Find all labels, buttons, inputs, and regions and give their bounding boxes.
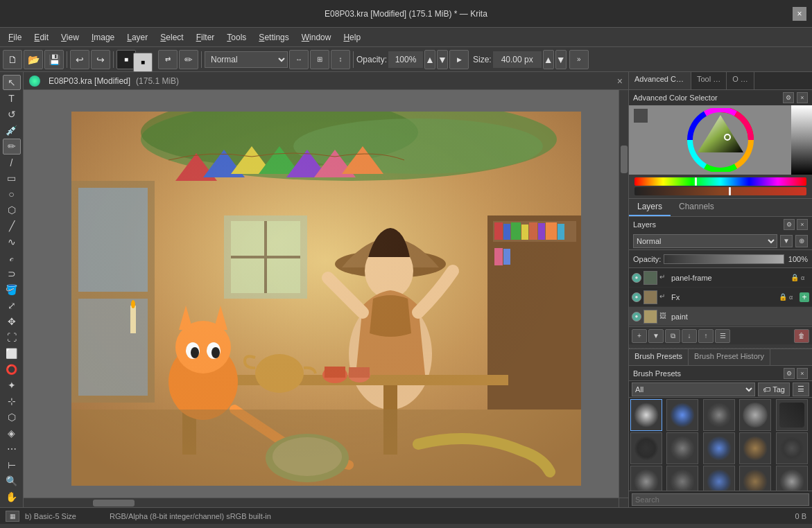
close-window-button[interactable]: × (793, 7, 806, 21)
brush-preset-0[interactable] (630, 399, 662, 431)
rotate-tool-button[interactable]: ↺ (3, 107, 21, 122)
layer-opacity-slider[interactable] (664, 254, 784, 264)
menu-help[interactable]: Help (338, 31, 366, 44)
delete-layer-button[interactable]: 🗑 (794, 329, 809, 343)
opacity-down-button[interactable]: ▼ (437, 50, 448, 69)
saturation-slider[interactable] (634, 187, 806, 195)
fill-tool-button[interactable]: 🪣 (3, 282, 21, 297)
line-tool-button[interactable]: / (3, 155, 21, 170)
measure-tool-button[interactable]: ⊢ (3, 457, 21, 473)
brush-preset-11[interactable] (666, 466, 698, 491)
layer-fx-add[interactable]: + (800, 292, 809, 302)
canvas-vscrollbar[interactable] (619, 90, 628, 498)
rectangular-select-button[interactable]: ⬜ (3, 346, 21, 361)
canvas-image[interactable] (71, 112, 581, 486)
brush-view-button[interactable]: ☰ (793, 382, 809, 396)
brush-preset-7[interactable] (703, 432, 735, 464)
brush-preset-5[interactable] (630, 432, 662, 464)
select-tool-button[interactable]: ↖ (3, 75, 21, 90)
elliptical-select-button[interactable]: ⭕ (3, 362, 21, 377)
move-tool-button[interactable]: ✥ (3, 314, 21, 329)
color-wheel-container[interactable] (629, 105, 812, 175)
wrap-button[interactable]: ↔ (289, 50, 309, 69)
polygon-tool-button[interactable]: ⬡ (3, 202, 21, 218)
layer-blend-mode-select[interactable]: Normal (633, 234, 777, 248)
brush-presets-settings-button[interactable]: ⚙ (784, 368, 795, 379)
move-layer-down-button[interactable]: ↓ (682, 329, 697, 343)
size-input[interactable] (493, 51, 542, 68)
brush-preset-9[interactable] (776, 432, 808, 464)
size-down-button[interactable]: ▼ (555, 50, 567, 69)
bezier-tool-button[interactable]: ∿ (3, 234, 21, 249)
canvas-viewport[interactable] (24, 90, 628, 507)
color-display-area[interactable] (629, 105, 812, 175)
color-select-button[interactable]: ◈ (3, 425, 21, 441)
text-tool-button[interactable]: T (3, 91, 21, 106)
brush-preset-8[interactable] (739, 432, 771, 464)
size-up-button[interactable]: ▲ (543, 50, 554, 69)
menu-file[interactable]: File (3, 31, 27, 44)
status-doc-button[interactable]: ▦ (6, 511, 19, 522)
ellipse-tool-button[interactable]: ○ (3, 186, 21, 202)
tab-channels[interactable]: Channels (671, 199, 723, 216)
brush-presets-close-button[interactable]: × (797, 368, 808, 379)
add-layer-type-button[interactable]: ▼ (648, 329, 664, 343)
flatten-button[interactable]: ⊞ (310, 50, 329, 69)
transform-tool-button[interactable]: ⤢ (3, 298, 21, 313)
path-select-button[interactable]: ⬡ (3, 410, 21, 425)
layers-settings-button[interactable]: ⚙ (784, 219, 795, 230)
layer-eye-paint[interactable]: ● (632, 312, 641, 322)
canvas-vscroll-thumb[interactable] (621, 146, 628, 173)
brush-preset-3[interactable] (739, 399, 771, 431)
redo-button[interactable]: ↪ (91, 50, 110, 69)
layer-eye-panel-frame[interactable]: ● (632, 273, 641, 283)
opacity-input[interactable] (388, 51, 423, 68)
freehand-select-button[interactable]: ⊹ (3, 394, 21, 409)
new-document-button[interactable]: 🗋 (3, 50, 22, 69)
hue-slider[interactable] (634, 177, 806, 186)
open-button[interactable]: 📂 (24, 50, 43, 69)
color-selector-settings-button[interactable]: ⚙ (783, 92, 794, 103)
crop-tool-button[interactable]: ⛶ (3, 330, 21, 345)
opacity-extra-button[interactable]: ▶ (449, 50, 469, 69)
close-canvas-button[interactable]: × (617, 76, 623, 87)
brush-search-input[interactable] (632, 493, 809, 506)
more-options-button[interactable]: » (569, 50, 589, 69)
menu-window[interactable]: Window (296, 31, 337, 44)
color-swap-button[interactable]: ⇄ (158, 50, 178, 69)
tab-layers[interactable]: Layers (629, 199, 671, 216)
layer-row-paint[interactable]: ● 🖼 paint (629, 307, 812, 326)
bg-color-button[interactable]: ■ (133, 53, 153, 72)
layers-close-button[interactable]: × (797, 219, 808, 230)
menu-image[interactable]: Image (86, 31, 120, 44)
eyedropper-tool-button[interactable]: 💉 (3, 123, 21, 138)
color-wheel-svg[interactable] (686, 108, 755, 172)
magnetic-select-button[interactable]: ⋯ (3, 441, 21, 457)
tab-brush-presets[interactable]: Brush Presets (629, 349, 689, 365)
brush-preset-6[interactable] (666, 432, 698, 464)
layer-row-fx[interactable]: ● ↵ Fx 🔒 α + (629, 288, 812, 307)
layer-alpha-panel-frame[interactable]: α (801, 274, 809, 281)
brush-preset-4[interactable] (776, 399, 808, 431)
color-selector-close-button[interactable]: × (797, 92, 808, 103)
pan-tool-button[interactable]: ✋ (3, 489, 21, 504)
rect-tool-button[interactable]: ▭ (3, 171, 21, 186)
canvas-hscrollbar[interactable] (24, 498, 619, 507)
brush-filter-select[interactable]: All (632, 382, 755, 396)
save-button[interactable]: 💾 (44, 50, 64, 69)
brush-preset-1[interactable] (666, 399, 698, 431)
blend-mode-select[interactable]: Normal (205, 51, 288, 68)
add-layer-button[interactable]: + (632, 329, 647, 343)
layer-eye-fx[interactable]: ● (632, 292, 641, 302)
mirror-button[interactable]: ↕ (331, 50, 350, 69)
brush-preset-2[interactable] (703, 399, 735, 431)
layer-alpha-fx[interactable]: α (789, 294, 797, 301)
opacity-up-button[interactable]: ▲ (424, 50, 435, 69)
menu-select[interactable]: Select (155, 31, 189, 44)
tab-brush-history[interactable]: Brush Preset History (689, 349, 770, 365)
contiguous-select-button[interactable]: ✦ (3, 378, 21, 393)
freehand-tool-button[interactable]: ✏ (3, 139, 21, 154)
brush-preset-13[interactable] (739, 466, 771, 491)
layer-lock-fx[interactable]: 🔒 (779, 293, 787, 301)
move-layer-up-button[interactable]: ↑ (698, 329, 714, 343)
